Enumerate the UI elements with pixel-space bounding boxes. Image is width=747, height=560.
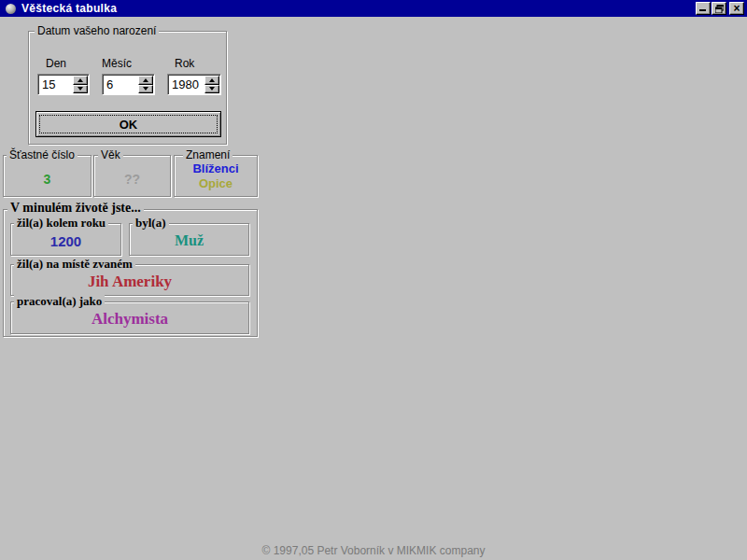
past-life-place-label: žil(a) na místě zvaném [14, 258, 135, 270]
ok-button[interactable]: OK [35, 111, 221, 137]
birth-date-group: Datum vašeho narození Den Měsíc Rok 15 6… [28, 31, 227, 145]
past-life-year-label: žil(a) kolem roku [14, 217, 108, 229]
minimize-icon [699, 9, 706, 11]
age-group: Věk ?? [93, 155, 171, 197]
window-controls: × [696, 2, 744, 15]
past-life-place-group: žil(a) na místě zvaném Jih Ameriky [10, 264, 249, 296]
month-spinner[interactable]: 6 [102, 74, 155, 95]
past-life-legend: V minulém životě jste... [7, 202, 144, 214]
past-life-group: V minulém životě jste... žil(a) kolem ro… [3, 209, 258, 337]
close-button[interactable]: × [729, 2, 744, 15]
down-arrow-icon [209, 87, 215, 91]
lucky-number-value: 3 [4, 172, 91, 187]
year-spin-down-button[interactable] [204, 85, 219, 94]
lucky-number-legend: Šťastné číslo [7, 149, 78, 161]
year-label: Rok [175, 57, 194, 70]
past-life-gender-value: Muž [130, 232, 248, 249]
month-spin-buttons [138, 76, 153, 93]
day-spinner[interactable]: 15 [37, 74, 90, 95]
past-life-job-group: pracoval(a) jako Alchymista [10, 301, 249, 334]
zodiac-group: Znamení Blíženci Opice [174, 155, 258, 197]
past-life-job-label: pracoval(a) jako [14, 295, 105, 307]
day-value[interactable]: 15 [38, 75, 73, 94]
desktop: { "window": { "title": "Věštecká tabulka… [0, 0, 747, 560]
day-label: Den [46, 57, 66, 70]
age-legend: Věk [98, 149, 123, 161]
birth-date-group-legend: Datum vašeho narození [35, 25, 159, 37]
up-arrow-icon [209, 78, 215, 82]
past-life-gender-label: byl(a) [133, 217, 169, 229]
zodiac-legend: Znamení [183, 149, 233, 161]
past-life-job-value: Alchymista [11, 310, 248, 329]
down-arrow-icon [78, 87, 83, 91]
up-arrow-icon [78, 78, 83, 82]
restore-icon [715, 5, 724, 13]
copyright-text: © 1997,05 Petr Voborník v MIKMIK company [0, 544, 747, 557]
day-spin-buttons [73, 76, 88, 93]
zodiac-western-value: Blíženci [175, 161, 257, 176]
ok-button-focus-rect [39, 115, 218, 133]
month-spin-down-button[interactable] [138, 85, 153, 94]
past-life-year-group: žil(a) kolem roku 1200 [10, 223, 121, 256]
year-value[interactable]: 1980 [168, 75, 204, 94]
up-arrow-icon [143, 78, 148, 82]
day-spin-down-button[interactable] [73, 85, 88, 94]
month-label: Měsíc [102, 57, 132, 70]
title-bar[interactable]: Věštecká tabulka × [0, 0, 747, 17]
window-title: Věštecká tabulka [21, 2, 117, 15]
month-spin-up-button[interactable] [138, 76, 153, 85]
restore-button[interactable] [712, 2, 726, 15]
zodiac-chinese-value: Opice [175, 176, 257, 191]
age-value: ?? [94, 172, 170, 187]
minimize-button[interactable] [696, 2, 711, 15]
past-life-gender-group: byl(a) Muž [129, 223, 249, 256]
lucky-number-group: Šťastné číslo 3 [3, 155, 92, 197]
app-icon [6, 4, 16, 14]
past-life-place-value: Jih Ameriky [11, 273, 248, 291]
close-icon: × [733, 4, 740, 13]
down-arrow-icon [143, 87, 148, 91]
year-spin-up-button[interactable] [204, 76, 219, 85]
month-value[interactable]: 6 [103, 75, 138, 94]
day-spin-up-button[interactable] [73, 76, 88, 85]
past-life-year-value: 1200 [11, 233, 120, 249]
year-spinner[interactable]: 1980 [167, 74, 221, 95]
year-spin-buttons [204, 76, 219, 93]
